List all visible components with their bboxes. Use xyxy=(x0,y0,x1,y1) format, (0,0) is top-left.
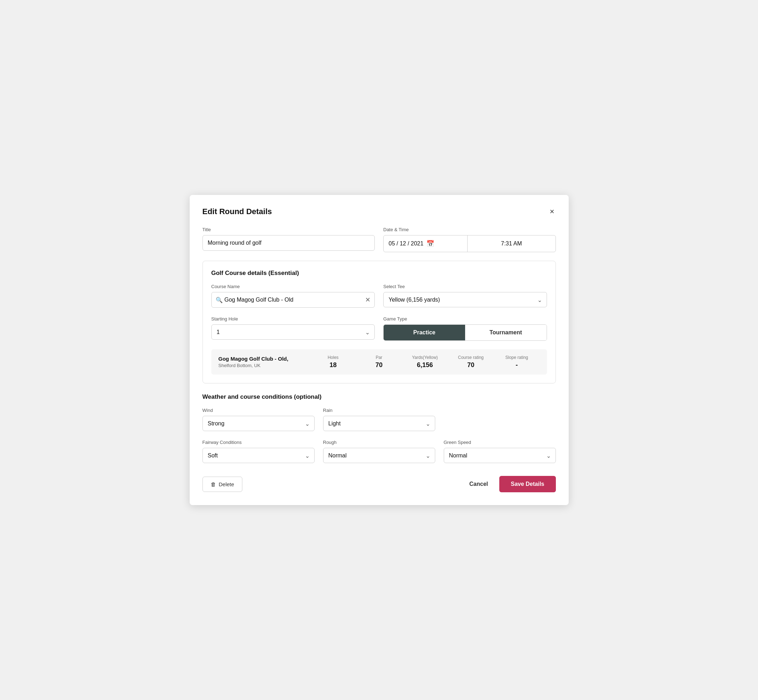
golf-course-title: Golf Course details (Essential) xyxy=(211,270,547,277)
date-value: 05 / 12 / 2021 xyxy=(388,241,423,247)
fairway-dropdown[interactable]: Hard Normal Soft Wet xyxy=(202,448,315,463)
practice-toggle-button[interactable]: Practice xyxy=(384,325,465,341)
cancel-button[interactable]: Cancel xyxy=(467,477,491,492)
wind-group: Wind None Light Moderate Strong ⌄ xyxy=(202,408,315,431)
yards-value: 6,156 xyxy=(402,361,448,369)
starting-hole-group: Starting Hole 1 2 3 10 ⌄ xyxy=(211,316,375,340)
course-rating-stat: Course rating 70 xyxy=(448,355,494,369)
delete-label: Delete xyxy=(219,481,234,487)
course-name-display: Gog Magog Golf Club - Old, xyxy=(219,356,310,362)
datetime-group: Date & Time 05 / 12 / 2021 📅 7:31 AM xyxy=(383,227,556,252)
course-name-input[interactable] xyxy=(211,292,375,308)
holes-value: 18 xyxy=(310,361,356,369)
fairway-rough-green-row: Fairway Conditions Hard Normal Soft Wet … xyxy=(202,440,556,463)
course-name-group: Course Name 🔍 ✕ xyxy=(211,284,375,308)
rain-dropdown[interactable]: None Light Moderate Heavy xyxy=(323,416,435,431)
date-time-field: 05 / 12 / 2021 📅 7:31 AM xyxy=(383,235,556,252)
green-speed-label: Green Speed xyxy=(444,440,556,445)
course-info-name: Gog Magog Golf Club - Old, Shelford Bott… xyxy=(219,356,310,368)
slope-rating-label: Slope rating xyxy=(494,355,540,360)
time-part[interactable]: 7:31 AM xyxy=(468,236,556,252)
datetime-label: Date & Time xyxy=(383,227,556,232)
rough-label: Rough xyxy=(323,440,435,445)
holes-stat: Holes 18 xyxy=(310,355,356,369)
starting-hole-wrap: 1 2 3 10 ⌄ xyxy=(211,324,375,340)
course-name-label: Course Name xyxy=(211,284,375,289)
weather-title: Weather and course conditions (optional) xyxy=(202,394,556,400)
close-button[interactable]: × xyxy=(548,206,556,217)
title-group: Title xyxy=(202,227,375,251)
yards-stat: Yards(Yellow) 6,156 xyxy=(402,355,448,369)
title-label: Title xyxy=(202,227,375,232)
modal-title: Edit Round Details xyxy=(202,207,272,216)
green-speed-group: Green Speed Slow Normal Fast ⌄ xyxy=(444,440,556,463)
par-label: Par xyxy=(356,355,402,360)
course-rating-value: 70 xyxy=(448,361,494,369)
rain-group: Rain None Light Moderate Heavy ⌄ xyxy=(323,408,435,431)
title-datetime-row: Title Date & Time 05 / 12 / 2021 📅 7:31 … xyxy=(202,227,556,252)
select-tee-group: Select Tee Yellow (6,156 yards) White Re… xyxy=(383,284,547,307)
course-rating-label: Course rating xyxy=(448,355,494,360)
game-type-toggle: Practice Tournament xyxy=(383,324,547,341)
wind-dropdown[interactable]: None Light Moderate Strong xyxy=(202,416,315,431)
green-speed-dropdown[interactable]: Slow Normal Fast xyxy=(444,448,556,463)
calendar-icon: 📅 xyxy=(426,240,434,248)
select-tee-dropdown[interactable]: Yellow (6,156 yards) White Red xyxy=(383,292,547,307)
time-value: 7:31 AM xyxy=(501,241,522,247)
rain-label: Rain xyxy=(323,408,435,413)
wind-rain-row: Wind None Light Moderate Strong ⌄ Rain N… xyxy=(202,408,556,431)
footer-right: Cancel Save Details xyxy=(467,476,556,492)
golf-course-section: Golf Course details (Essential) Course N… xyxy=(202,261,556,383)
rough-dropdown[interactable]: Short Normal Long xyxy=(323,448,435,463)
rain-select-wrap: None Light Moderate Heavy ⌄ xyxy=(323,416,435,431)
save-button[interactable]: Save Details xyxy=(499,476,556,492)
hole-gametype-row: Starting Hole 1 2 3 10 ⌄ Game Type Pract… xyxy=(211,316,547,341)
select-tee-wrap: Yellow (6,156 yards) White Red ⌄ xyxy=(383,292,547,307)
holes-label: Holes xyxy=(310,355,356,360)
par-value: 70 xyxy=(356,361,402,369)
wind-label: Wind xyxy=(202,408,315,413)
clear-course-button[interactable]: ✕ xyxy=(365,296,370,304)
yards-label: Yards(Yellow) xyxy=(402,355,448,360)
select-tee-label: Select Tee xyxy=(383,284,547,289)
date-part[interactable]: 05 / 12 / 2021 📅 xyxy=(384,236,468,252)
weather-section: Weather and course conditions (optional)… xyxy=(202,394,556,463)
slope-rating-value: - xyxy=(494,361,540,369)
starting-hole-dropdown[interactable]: 1 2 3 10 xyxy=(211,324,375,340)
search-icon: 🔍 xyxy=(216,297,223,303)
fairway-select-wrap: Hard Normal Soft Wet ⌄ xyxy=(202,448,315,463)
fairway-group: Fairway Conditions Hard Normal Soft Wet … xyxy=(202,440,315,463)
wind-select-wrap: None Light Moderate Strong ⌄ xyxy=(202,416,315,431)
rough-group: Rough Short Normal Long ⌄ xyxy=(323,440,435,463)
game-type-group: Game Type Practice Tournament xyxy=(383,316,547,341)
game-type-label: Game Type xyxy=(383,316,547,322)
rough-select-wrap: Short Normal Long ⌄ xyxy=(323,448,435,463)
trash-icon: 🗑 xyxy=(211,481,216,487)
course-info-box: Gog Magog Golf Club - Old, Shelford Bott… xyxy=(211,349,547,375)
footer-row: 🗑 Delete Cancel Save Details xyxy=(202,472,556,492)
green-speed-select-wrap: Slow Normal Fast ⌄ xyxy=(444,448,556,463)
title-input[interactable] xyxy=(202,235,375,251)
course-search-wrap: 🔍 ✕ xyxy=(211,292,375,308)
slope-rating-stat: Slope rating - xyxy=(494,355,540,369)
edit-round-modal: Edit Round Details × Title Date & Time 0… xyxy=(190,195,568,505)
modal-header: Edit Round Details × xyxy=(202,206,556,217)
course-tee-row: Course Name 🔍 ✕ Select Tee Yellow (6,156… xyxy=(211,284,547,308)
delete-button[interactable]: 🗑 Delete xyxy=(202,477,242,492)
fairway-label: Fairway Conditions xyxy=(202,440,315,445)
starting-hole-label: Starting Hole xyxy=(211,316,375,322)
par-stat: Par 70 xyxy=(356,355,402,369)
tournament-toggle-button[interactable]: Tournament xyxy=(465,325,547,341)
course-location: Shelford Bottom, UK xyxy=(219,363,310,368)
